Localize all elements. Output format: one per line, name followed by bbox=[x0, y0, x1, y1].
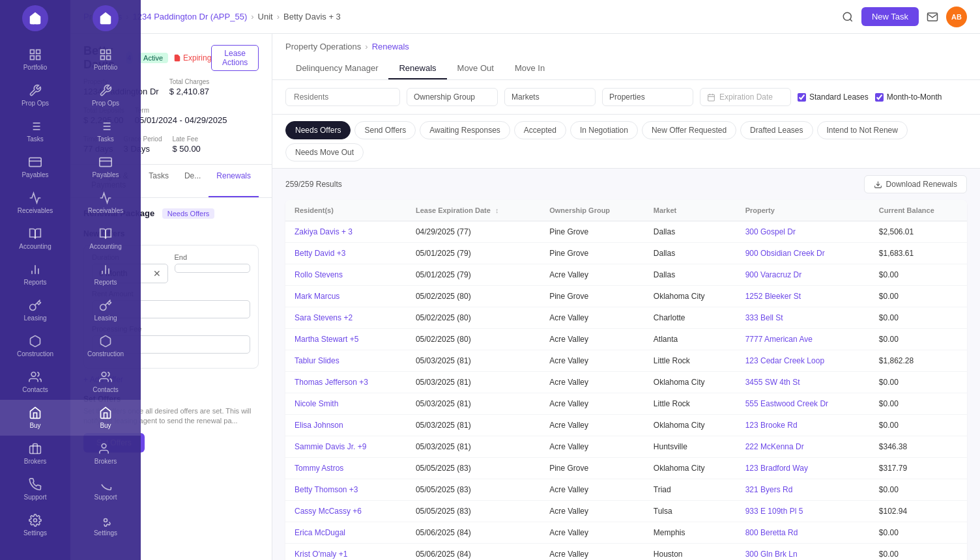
overlay-construction[interactable]: Construction bbox=[70, 328, 141, 364]
mail-button[interactable] bbox=[927, 11, 938, 23]
app-logo[interactable] bbox=[22, 5, 48, 31]
overlay-leasing[interactable]: Leasing bbox=[70, 292, 141, 328]
sidebar-item-portfolio[interactable]: Portfolio bbox=[0, 42, 70, 77]
overlay-receivables[interactable]: Receivables bbox=[70, 185, 141, 221]
expiration-cell: 05/03/2025 (81) bbox=[407, 415, 540, 436]
resident-link[interactable]: Zakiya Davis + 3 bbox=[295, 227, 353, 236]
property-link[interactable]: 123 Bradford Way bbox=[745, 464, 808, 473]
svg-rect-16 bbox=[30, 446, 41, 454]
overlay-settings[interactable]: Settings bbox=[70, 507, 141, 543]
resident-link[interactable]: Rollo Stevens bbox=[295, 270, 343, 279]
property-link[interactable]: 555 Eastwood Creek Dr bbox=[745, 399, 828, 408]
new-task-button[interactable]: New Task bbox=[861, 7, 919, 26]
lease-actions-button[interactable]: Lease Actions bbox=[211, 45, 259, 71]
status-needs-offers[interactable]: Needs Offers bbox=[285, 121, 351, 139]
property-link[interactable]: 222 McKenna Dr bbox=[745, 442, 804, 451]
resident-link[interactable]: Martha Stewart +5 bbox=[295, 335, 358, 344]
sidebar-item-settings[interactable]: Settings bbox=[0, 507, 70, 543]
property-link[interactable]: 123 Brooke Rd bbox=[745, 421, 798, 430]
status-accepted[interactable]: Accepted bbox=[514, 121, 566, 139]
sidebar-item-contacts[interactable]: Contacts bbox=[0, 364, 70, 400]
tab-move-out[interactable]: Move Out bbox=[447, 58, 504, 79]
overlay-brokers[interactable]: Brokers bbox=[70, 436, 141, 471]
svg-rect-27 bbox=[107, 56, 111, 60]
status-awaiting[interactable]: Awaiting Responses bbox=[420, 121, 510, 139]
sidebar-item-leasing[interactable]: Leasing bbox=[0, 292, 70, 328]
sidebar-item-accounting[interactable]: Accounting bbox=[0, 221, 70, 257]
tab-renewals[interactable]: Renewals bbox=[209, 165, 259, 197]
overlay-buy[interactable]: Buy bbox=[70, 400, 141, 436]
overlay-payables[interactable]: Payables bbox=[70, 149, 141, 185]
sidebar-item-reports[interactable]: Reports bbox=[0, 257, 70, 292]
property-link[interactable]: 321 Byers Rd bbox=[745, 485, 793, 494]
resident-link[interactable]: Erica McDugal bbox=[295, 528, 345, 537]
sidebar-item-brokers[interactable]: Brokers bbox=[0, 436, 70, 471]
sidebar-item-payables[interactable]: Payables bbox=[0, 149, 70, 185]
sidebar-item-support[interactable]: Support bbox=[0, 471, 70, 507]
breadcrumb-address[interactable]: 1234 Paddington Dr (APP_55) bbox=[133, 12, 248, 21]
property-link[interactable]: 1252 Bleeker St bbox=[745, 292, 801, 301]
status-new-offer[interactable]: New Offer Requested bbox=[642, 121, 736, 139]
download-button[interactable]: Download Renewals bbox=[864, 175, 967, 193]
property-link[interactable]: 333 Bell St bbox=[745, 313, 783, 322]
markets-filter[interactable]: Markets bbox=[504, 88, 596, 106]
property-link[interactable]: 900 Varacruz Dr bbox=[745, 270, 801, 279]
overlay-support[interactable]: Support bbox=[70, 471, 141, 507]
resident-link[interactable]: Sara Stevens +2 bbox=[295, 313, 353, 322]
status-negotiation[interactable]: In Negotiation bbox=[570, 121, 638, 139]
overlay-tasks[interactable]: Tasks bbox=[70, 113, 141, 149]
property-link[interactable]: 933 E 109th Pl 5 bbox=[745, 507, 803, 516]
resident-link[interactable]: Betty David +3 bbox=[295, 249, 345, 258]
resident-link[interactable]: Mark Marcus bbox=[295, 292, 339, 301]
month-to-month-checkbox[interactable]: Month-to-Month bbox=[875, 92, 942, 102]
property-link[interactable]: 300 Gospel Dr bbox=[745, 227, 796, 236]
resident-link[interactable]: Sammie Davis Jr. +9 bbox=[295, 442, 366, 451]
property-link[interactable]: 7777 American Ave bbox=[745, 335, 813, 344]
resident-link[interactable]: Cassy McCassy +6 bbox=[295, 507, 362, 516]
overlay-accounting[interactable]: Accounting bbox=[70, 221, 141, 257]
status-active-badge: Active bbox=[138, 53, 168, 63]
col-expiration[interactable]: Lease Expiration Date ↕ bbox=[407, 200, 540, 221]
resident-link[interactable]: Tommy Astros bbox=[295, 464, 343, 473]
overlay-reports[interactable]: Reports bbox=[70, 257, 141, 292]
property-link[interactable]: 123 Cedar Creek Loop bbox=[745, 356, 824, 365]
property-link[interactable]: 300 Gln Brk Ln bbox=[745, 550, 798, 559]
status-send-offers[interactable]: Send Offers bbox=[354, 121, 416, 139]
property-link[interactable]: 800 Beretta Rd bbox=[745, 528, 798, 537]
tab-delinquency[interactable]: Delinquency Manager bbox=[285, 58, 388, 79]
sidebar-item-receivables[interactable]: Receivables bbox=[0, 185, 70, 221]
user-avatar[interactable]: AB bbox=[946, 7, 967, 27]
status-not-renew[interactable]: Intend to Not Renew bbox=[817, 121, 908, 139]
property-link[interactable]: 3455 SW 4th St bbox=[745, 378, 800, 387]
end-input[interactable] bbox=[175, 264, 251, 273]
sidebar-item-tasks[interactable]: Tasks bbox=[0, 113, 70, 149]
tab-de[interactable]: De... bbox=[177, 165, 209, 197]
expiration-date-filter[interactable]: Expiration Date bbox=[700, 88, 791, 106]
sidebar-item-prop-ops[interactable]: Prop Ops bbox=[0, 77, 70, 113]
properties-filter[interactable]: Properties bbox=[602, 88, 693, 106]
tab-tasks[interactable]: Tasks bbox=[141, 165, 177, 197]
overlay-contacts[interactable]: Contacts bbox=[70, 364, 141, 400]
ownership-group-filter[interactable]: Ownership Group bbox=[407, 88, 498, 106]
ownership-cell: Acre Valley bbox=[540, 522, 644, 544]
sidebar-item-construction[interactable]: Construction bbox=[0, 328, 70, 364]
status-drafted[interactable]: Drafted Leases bbox=[740, 121, 813, 139]
overlay-portfolio[interactable]: Portfolio bbox=[70, 42, 141, 77]
standard-leases-checkbox[interactable]: Standard Leases bbox=[798, 92, 869, 102]
resident-link[interactable]: Thomas Jefferson +3 bbox=[295, 378, 368, 387]
overlay-logo[interactable] bbox=[93, 5, 119, 31]
tab-move-in[interactable]: Move In bbox=[504, 58, 555, 79]
search-button[interactable] bbox=[842, 11, 854, 23]
resident-link[interactable]: Nicole Smith bbox=[295, 399, 338, 408]
status-move-out[interactable]: Needs Move Out bbox=[285, 143, 364, 161]
resident-link[interactable]: Krist O'maly +1 bbox=[295, 550, 347, 559]
resident-link[interactable]: Elisa Johnson bbox=[295, 421, 343, 430]
property-link[interactable]: 900 Obsidian Creek Dr bbox=[745, 249, 825, 258]
sidebar-item-buy[interactable]: Buy bbox=[0, 400, 70, 436]
tab-renewals-main[interactable]: Renewals bbox=[388, 58, 446, 79]
resident-link[interactable]: Betty Thomson +3 bbox=[295, 485, 358, 494]
residents-filter[interactable] bbox=[285, 88, 400, 106]
duration-clear-button[interactable]: ✕ bbox=[153, 268, 161, 279]
resident-link[interactable]: Tablur Slides bbox=[295, 356, 339, 365]
overlay-propops[interactable]: Prop Ops bbox=[70, 77, 141, 113]
